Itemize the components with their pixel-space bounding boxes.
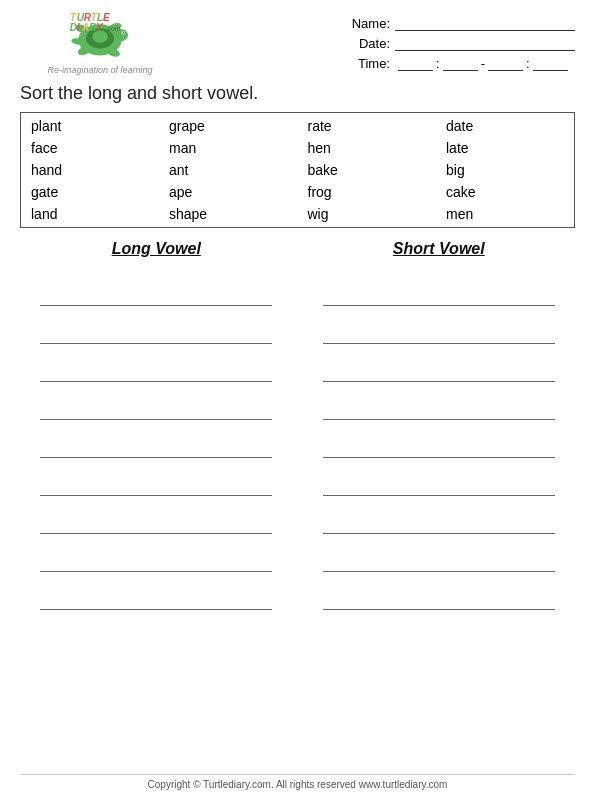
word-cell: hen — [298, 137, 437, 159]
table-row: landshapewigmen — [21, 203, 575, 228]
word-cell: man — [159, 137, 298, 159]
sort-line[interactable] — [323, 382, 555, 420]
time-blank-3 — [488, 55, 523, 71]
sort-line[interactable] — [40, 458, 272, 496]
word-cell: shape — [159, 203, 298, 228]
word-table: plantgraperatedatefacemanhenlatehandantb… — [20, 112, 575, 228]
sort-line[interactable] — [323, 458, 555, 496]
sort-line[interactable] — [40, 534, 272, 572]
sort-line[interactable] — [40, 344, 272, 382]
word-cell: plant — [21, 113, 160, 138]
name-line — [395, 15, 575, 31]
word-cell: big — [436, 159, 575, 181]
sort-line[interactable] — [323, 572, 555, 610]
time-label: Time: — [345, 56, 390, 71]
word-cell: frog — [298, 181, 437, 203]
long-vowel-lines — [20, 268, 293, 774]
table-row: plantgraperatedate — [21, 113, 575, 138]
svg-text:I: I — [77, 22, 80, 33]
sort-line[interactable] — [40, 572, 272, 610]
instruction-text: Sort the long and short vowel. — [20, 83, 575, 104]
word-cell: ant — [159, 159, 298, 181]
sort-line[interactable] — [40, 382, 272, 420]
word-cell: wig — [298, 203, 437, 228]
word-cell: face — [21, 137, 160, 159]
table-row: gateapefrogcake — [21, 181, 575, 203]
time-blank-4 — [533, 55, 568, 71]
word-cell: men — [436, 203, 575, 228]
footer-text: Copyright © Turtlediary.com. All rights … — [148, 779, 448, 790]
table-row: facemanhenlate — [21, 137, 575, 159]
sort-line[interactable] — [323, 344, 555, 382]
word-cell: grape — [159, 113, 298, 138]
word-cell: land — [21, 203, 160, 228]
name-label: Name: — [345, 16, 390, 31]
footer: Copyright © Turtlediary.com. All rights … — [20, 774, 575, 790]
long-vowel-header: Long Vowel — [112, 240, 201, 258]
word-cell: cake — [436, 181, 575, 203]
time-row: Time: : - : — [345, 55, 575, 71]
svg-text:.com: .com — [105, 25, 120, 32]
page: T U R T L E D I A R Y .com Re-imaginatio… — [0, 0, 595, 800]
sort-line[interactable] — [323, 268, 555, 306]
date-row: Date: — [345, 35, 575, 51]
word-cell: rate — [298, 113, 437, 138]
sort-area: Long Vowel Short Vowel — [20, 240, 575, 774]
word-cell: bake — [298, 159, 437, 181]
long-vowel-column: Long Vowel — [20, 240, 293, 774]
svg-point-5 — [123, 32, 125, 34]
logo-tagline: Re-imagination of learning — [47, 65, 152, 75]
date-label: Date: — [345, 36, 390, 51]
word-cell: ape — [159, 181, 298, 203]
logo-box: T U R T L E D I A R Y .com Re-imaginatio… — [20, 10, 180, 75]
svg-text:E: E — [103, 12, 110, 23]
svg-text:A: A — [81, 22, 89, 33]
word-cell: late — [436, 137, 575, 159]
sort-line[interactable] — [323, 306, 555, 344]
time-blank-1 — [398, 55, 433, 71]
name-row: Name: — [345, 15, 575, 31]
short-vowel-column: Short Vowel — [303, 240, 576, 774]
word-cell: gate — [21, 181, 160, 203]
sort-line[interactable] — [323, 420, 555, 458]
sort-line[interactable] — [40, 420, 272, 458]
header: T U R T L E D I A R Y .com Re-imaginatio… — [20, 10, 575, 75]
time-blank-2 — [443, 55, 478, 71]
word-cell: hand — [21, 159, 160, 181]
sort-line[interactable] — [323, 534, 555, 572]
table-row: handantbakebig — [21, 159, 575, 181]
logo-area: T U R T L E D I A R Y .com Re-imaginatio… — [20, 10, 180, 75]
date-line — [395, 35, 575, 51]
short-vowel-header: Short Vowel — [393, 240, 485, 258]
short-vowel-lines — [303, 268, 576, 774]
form-fields: Name: Date: Time: : - : — [345, 15, 575, 71]
sort-line[interactable] — [40, 306, 272, 344]
sort-line[interactable] — [40, 268, 272, 306]
sort-line[interactable] — [323, 496, 555, 534]
sort-line[interactable] — [40, 496, 272, 534]
word-cell: date — [436, 113, 575, 138]
turtle-icon: T U R T L E D I A R Y .com — [65, 10, 135, 65]
